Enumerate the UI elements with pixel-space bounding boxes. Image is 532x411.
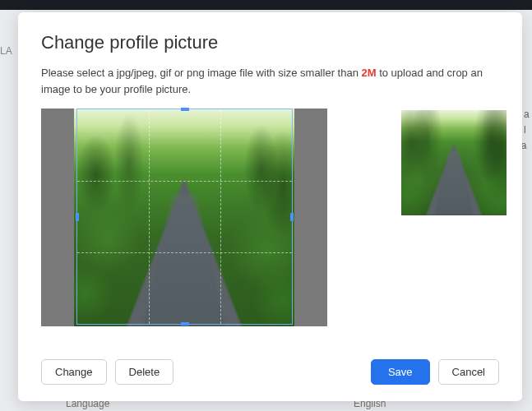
- profile-preview: [401, 110, 507, 215]
- crop-handle-west[interactable]: [76, 213, 79, 221]
- desc-prefix: Please select a jpg/jpeg, gif or png ima…: [41, 67, 361, 79]
- modal-actions: Change Delete Save Cancel: [41, 359, 499, 385]
- cancel-button[interactable]: Cancel: [438, 359, 499, 385]
- modal-title: Change profile picture: [41, 32, 499, 53]
- crop-handle-south[interactable]: [181, 322, 189, 326]
- size-limit: 2M: [361, 67, 376, 79]
- app-topbar: [0, 0, 532, 10]
- image-cropper[interactable]: [41, 109, 327, 326]
- change-profile-picture-modal: Change profile picture Please select a j…: [18, 12, 522, 401]
- save-button[interactable]: Save: [371, 359, 430, 385]
- crop-handle-north[interactable]: [181, 108, 189, 111]
- crop-selection-box[interactable]: [76, 109, 293, 325]
- modal-description: Please select a jpg/jpeg, gif or png ima…: [41, 65, 499, 97]
- bg-left-text: LA: [0, 45, 12, 57]
- delete-button[interactable]: Delete: [115, 359, 174, 385]
- crop-handle-east[interactable]: [290, 213, 294, 221]
- change-button[interactable]: Change: [41, 359, 107, 385]
